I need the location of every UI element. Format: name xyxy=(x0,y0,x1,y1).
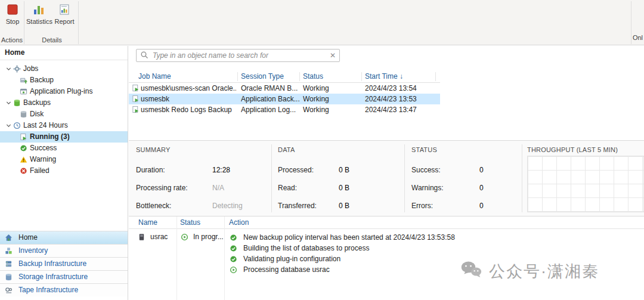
job-status: Working xyxy=(303,94,363,104)
bottleneck-value: Detecting xyxy=(212,202,243,210)
in-progress-icon xyxy=(229,265,237,274)
divider xyxy=(177,217,177,300)
divider xyxy=(224,217,225,300)
chevron-expanded-icon[interactable] xyxy=(5,122,13,129)
transferred-label: Transferred: xyxy=(278,202,339,210)
divider xyxy=(361,72,362,81)
watermark-text: 公众号·潇湘秦 xyxy=(489,261,599,282)
nav-item-label: Inventory xyxy=(18,245,48,257)
report-button[interactable]: Report xyxy=(52,1,76,35)
tree-item-label: Success xyxy=(30,143,57,154)
stop-button[interactable]: Stop xyxy=(1,1,24,35)
tree-item-application-plug-ins[interactable]: Application Plug-ins xyxy=(0,86,128,97)
action-log-entry[interactable]: Processing database usrac xyxy=(229,264,455,275)
column-header-status[interactable]: Status xyxy=(180,217,200,228)
database-row[interactable]: usrac xyxy=(137,233,168,241)
divider xyxy=(522,144,522,212)
veeam-console-window: Stop Statistics Report Actions Details O… xyxy=(0,0,644,300)
job-session-type: Application Log... xyxy=(241,104,301,115)
nav-item-tape-infrastructure[interactable]: Tape Infrastructure xyxy=(0,283,128,296)
job-name: usmesbk xyxy=(141,94,236,104)
wechat-icon xyxy=(460,260,482,283)
tree-item-jobs[interactable]: Jobs xyxy=(0,63,128,75)
summary-section: SUMMARY Duration:12:28 Processing rate:N… xyxy=(136,141,271,216)
search-icon xyxy=(140,51,148,61)
sort-descending-icon: ↓ xyxy=(400,72,403,81)
tree-item-backups[interactable]: Backups xyxy=(0,97,128,109)
workspace-nav: Home Inventory Backup Infrastructure Sto… xyxy=(0,231,128,296)
clear-search-icon[interactable]: ✕ xyxy=(330,51,336,60)
application-plugins-icon xyxy=(19,88,27,96)
statistics-icon xyxy=(26,4,51,17)
chevron-expanded-icon[interactable] xyxy=(5,66,13,72)
search-input[interactable] xyxy=(151,51,327,60)
action-log-entry[interactable]: Validating plug-in configuration xyxy=(229,253,455,264)
divider xyxy=(299,72,300,81)
processed-value: 0 B xyxy=(339,166,349,174)
tree-item-running[interactable]: Running (3) xyxy=(0,131,128,143)
tree-item-backup[interactable]: Backup xyxy=(0,75,128,86)
summary-title: SUMMARY xyxy=(136,146,170,153)
action-text: New backup policy interval has been star… xyxy=(243,233,455,242)
running-jobs-icon xyxy=(19,133,27,141)
nav-item-backup-infrastructure[interactable]: Backup Infrastructure xyxy=(0,257,128,270)
tree-item-label: Jobs xyxy=(23,63,38,75)
tree-item-success[interactable]: Success xyxy=(0,143,128,154)
nav-item-home[interactable]: Home xyxy=(0,231,128,244)
column-header-name[interactable]: Name xyxy=(138,217,157,228)
job-session-type: Oracle RMAN B... xyxy=(241,83,301,94)
action-log-entry[interactable]: Building the list of databases to proces… xyxy=(229,243,455,253)
errors-value: 0 xyxy=(479,202,484,210)
sidebar-header: Home xyxy=(0,46,128,60)
ribbon-divider xyxy=(631,1,631,44)
column-header-action[interactable]: Action xyxy=(229,217,249,228)
nav-item-storage-infrastructure[interactable]: Storage Infrastructure xyxy=(0,270,128,283)
nav-item-label: Storage Infrastructure xyxy=(18,271,88,283)
job-row[interactable]: usmesbk\usmes-scan Oracle... Oracle RMAN… xyxy=(129,83,440,94)
tree-item-label: Backup xyxy=(30,75,54,86)
tree-item-warning[interactable]: Warning xyxy=(0,154,128,165)
column-header-start-time[interactable]: Start Time ↓ xyxy=(365,71,403,82)
ribbon: Stop Statistics Report Actions Details O… xyxy=(0,0,644,45)
job-status: Working xyxy=(303,104,363,115)
data-section: DATA Processed:0 B Read:0 B Transferred:… xyxy=(278,141,403,216)
job-start-time: 2024/4/23 13:54 xyxy=(365,83,438,94)
success-label: Success: xyxy=(411,166,479,174)
statistics-button-label: Statistics xyxy=(26,18,52,25)
tree-item-disk[interactable]: Disk xyxy=(0,109,128,120)
tree-item-last-24-hours[interactable]: Last 24 Hours xyxy=(0,120,128,131)
navigation-tree: Jobs Backup Application Plug-ins Backups… xyxy=(0,60,128,177)
column-header-status[interactable]: Status xyxy=(303,71,323,82)
job-row-selected[interactable]: usmesbk Application Back... Working 2024… xyxy=(129,94,440,104)
nav-item-inventory[interactable]: Inventory xyxy=(0,244,128,257)
column-header-session-type[interactable]: Session Type xyxy=(241,71,284,82)
chevron-expanded-icon[interactable] xyxy=(5,100,13,106)
bottleneck-label: Bottleneck: xyxy=(136,202,212,210)
action-text: Building the list of databases to proces… xyxy=(243,244,369,252)
search-box[interactable]: ✕ xyxy=(136,49,340,62)
server-icon xyxy=(137,233,145,241)
home-icon xyxy=(4,234,13,242)
tree-item-label: Warning xyxy=(30,154,56,165)
failed-icon xyxy=(19,167,27,175)
nav-item-label: Tape Infrastructure xyxy=(18,284,78,296)
status-title: STATUS xyxy=(411,146,437,153)
nav-item-label: Backup Infrastructure xyxy=(18,258,86,270)
backup-infrastructure-icon xyxy=(4,260,13,268)
column-header-job-name[interactable]: Job Name xyxy=(138,71,171,82)
job-row[interactable]: usmesbk Redo Logs Backup Application Log… xyxy=(129,104,440,115)
backups-icon xyxy=(13,99,21,107)
tree-item-label: Failed xyxy=(30,165,49,177)
statistics-button[interactable]: Statistics xyxy=(26,1,51,35)
tree-item-failed[interactable]: Failed xyxy=(0,165,128,177)
status-section: STATUS Success:0 Warnings:0 Errors:0 xyxy=(411,141,521,216)
watermark: 公众号·潇湘秦 xyxy=(460,260,599,283)
warnings-value: 0 xyxy=(479,184,484,192)
tree-item-label: Backups xyxy=(23,97,51,109)
divider xyxy=(237,72,238,81)
action-log-entry[interactable]: New backup policy interval has been star… xyxy=(229,232,455,243)
job-start-time: 2024/4/23 13:47 xyxy=(365,104,438,115)
session-details-panel: Name Status Action usrac In progr... New… xyxy=(129,217,644,300)
divider xyxy=(435,72,436,81)
in-progress-icon xyxy=(180,233,188,241)
